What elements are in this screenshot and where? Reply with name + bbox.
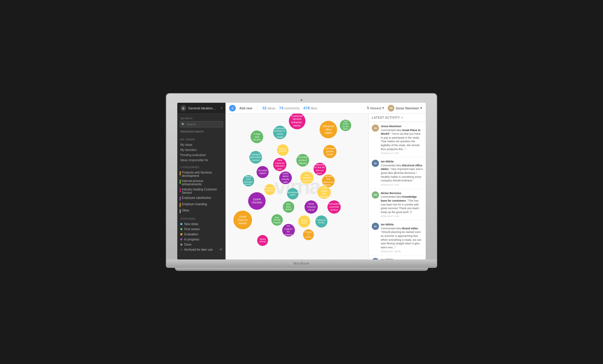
activity-text: Ian NiilolaCommented idea Brand video: "… (381, 223, 423, 249)
search-input[interactable] (180, 121, 223, 127)
sidebar-item-ideas-responsible-for[interactable]: Ideas responsible for (177, 158, 226, 163)
user-chevron-icon: ▾ (420, 106, 422, 110)
bubble-gdpr-checklist[interactable]: GDPR checklist (248, 192, 266, 210)
macbook-label: MacBook (294, 262, 310, 265)
category-label: Industry leading Customer Service (182, 188, 223, 194)
main-content: virna Customer service enhance-mentsEmpl… (226, 114, 426, 259)
activity-body: JNJesse NieminenCommented idea Great Pla… (369, 122, 426, 259)
avatar: IN (372, 223, 379, 230)
sort-chevron-icon: ▾ (382, 106, 384, 110)
bubble-diversity-product-offering[interactable]: Diversity product offering (296, 154, 309, 167)
sidebar-status-new-ideas[interactable]: New ideas (177, 221, 226, 227)
sidebar-logo: n (180, 105, 186, 111)
sidebar-status-first-review[interactable]: First review (177, 227, 226, 232)
macbook-camera (301, 99, 302, 101)
categories-list: Products and Services developmentInterna… (177, 170, 226, 214)
statuses-list: New ideasFirst reviewEvaluationIn progre… (177, 221, 226, 252)
bubble-brand-refresh[interactable]: Brand refresh (257, 235, 268, 246)
bubble-electrical-office-tables[interactable]: Electrical office tables (320, 121, 337, 138)
bubble-innovation-support[interactable]: Innovation support (257, 166, 269, 178)
bubble-show-our-support-for-staying-a[interactable]: Show our support for staying active (282, 224, 295, 237)
activity-item: NBNiclas BoreniusCommented idea Knowledg… (369, 189, 426, 221)
bubble-great-place-to-work®[interactable]: Great Place to Work® (233, 211, 252, 229)
bubble-customer-service-enhance-ments[interactable]: Customer service enhance-ments (289, 114, 305, 129)
status-label: Done (184, 243, 191, 246)
sidebar-header[interactable]: n General Ideation... ▾ (177, 103, 226, 114)
macbook-screen: n General Ideation... ▾ SEARCH 🔍 Advance… (177, 103, 426, 259)
bubble-new-office-space![interactable]: New office space! (283, 201, 294, 213)
eye-icon[interactable]: 👁 (219, 248, 223, 251)
likes-label: likes (311, 106, 317, 110)
bubble-passion-projects[interactable]: Passion projects (277, 144, 289, 156)
bubble-implement-ai-and-ml-into-our-s[interactable]: Implement AI and ML into our SaaS... (314, 163, 326, 175)
category-label: Employer branding (182, 202, 207, 206)
sort-icon: ⇅ (367, 106, 369, 110)
sidebar-category-internal-process-enhancements[interactable]: Internal process enhancements (177, 178, 226, 187)
status-label: First review (184, 228, 200, 231)
activity-time: 2019-03-17, 8:57 (381, 152, 423, 155)
bubble-employee-generated-content[interactable]: Employee-generated content (249, 151, 262, 164)
activity-text-body: Niclas BoreniusCommented idea Knowledge … (381, 191, 423, 218)
bubble-the-coffee-maker-has-seen-its-[interactable]: The coffee maker has seen its days! (317, 186, 331, 199)
comments-label: comments (284, 106, 300, 110)
bubble-personalized-customer-service[interactable]: Personalized customer service (327, 200, 341, 214)
macbook-top: n General Ideation... ▾ SEARCH 🔍 Advance… (166, 93, 437, 259)
avatar: JN (388, 105, 394, 111)
chevron-down-icon[interactable]: ▾ (221, 107, 223, 110)
sidebar-category-products-and-services-developm[interactable]: Products and Services development (177, 170, 226, 178)
sidebar-category-employer-branding[interactable]: Employer branding (177, 202, 226, 208)
sidebar-category-industry-leading-customer-serv[interactable]: Industry leading Customer Service (177, 187, 226, 195)
activity-item: JNJesse NieminenCommented idea Great Pla… (369, 122, 426, 157)
bubble-employee-incentives[interactable]: Employee incentives (264, 184, 275, 195)
sidebar-item-my-ideas[interactable]: My ideas (177, 142, 226, 147)
add-new-button[interactable]: + (229, 105, 236, 111)
bubble-customer-survey[interactable]: Customer survey (315, 215, 327, 228)
sidebar-category-employee-satisfaction[interactable]: Employee satisfaction (177, 195, 226, 202)
app-container: n General Ideation... ▾ SEARCH 🔍 Advance… (177, 103, 426, 259)
bubble-book-sharing-circle[interactable]: Book Sharing Circle (305, 200, 318, 214)
bubble-engage-in-teams[interactable]: Engage in teams (303, 229, 314, 240)
bubble-brand-video[interactable]: Brand video (298, 215, 310, 228)
bubble-bug-bounty-program[interactable]: Bug Bounty Program (271, 214, 283, 226)
bubble-idea-review-by-dev-team[interactable]: Idea review by dev team (340, 120, 351, 131)
sidebar-status-in-progress[interactable]: In progress (177, 237, 226, 242)
sidebar-item-pending-evaluation[interactable]: Pending evaluation (177, 152, 226, 158)
macbook-base (175, 268, 428, 271)
bubble-canvas: virna Customer service enhance-mentsEmpl… (226, 114, 368, 259)
category-label: Internal process enhancements (182, 179, 223, 186)
user-menu[interactable]: JN Jesse Nieminen ▾ (388, 105, 422, 111)
activity-text: Jesse NieminenCommented idea Great Place… (381, 124, 423, 151)
bubble-attend-and-arrange-customer-me[interactable]: Attend and arrange customer meetups (300, 171, 314, 184)
activity-title: LATEST ACTIVITY (372, 116, 400, 119)
search-section-label: SEARCH (177, 114, 226, 121)
ideas-count: 32 (262, 106, 267, 110)
search-icon: 🔍 (182, 123, 185, 126)
user-name: Jesse Nieminen (396, 106, 419, 110)
comments-stat: 74 comments (279, 106, 300, 110)
sort-dropdown[interactable]: ⇅ Newest ▾ (367, 106, 384, 110)
advanced-search-link[interactable]: Advanced search (177, 129, 226, 135)
bubble-recruitment-event[interactable]: Recruitment event (287, 188, 298, 199)
bubble-in-app-chat-service[interactable]: In App chat service (251, 130, 263, 143)
bubble-personal-growth-model[interactable]: Personal growth model (323, 145, 336, 158)
sidebar-status-done[interactable]: Done (177, 242, 226, 247)
activity-header: LATEST ACTIVITY ▾ (369, 114, 426, 122)
bubble-employee-activity-on-social-me[interactable]: Employee activity on social media (273, 126, 287, 139)
sidebar: n General Ideation... ▾ SEARCH 🔍 Advance… (177, 103, 226, 259)
bubble-attend-more-arranged-recruit..[interactable]: Attend more arranged recruit... (243, 175, 254, 187)
sidebar-status-evaluation[interactable]: Evaluation (177, 232, 226, 237)
activity-time: 2019-03-07, 9:34 (381, 215, 423, 218)
add-new-label[interactable]: Add new (239, 106, 252, 110)
bubble-show-users-latest-activity-wit[interactable]: Show users latest activity with visual..… (279, 171, 292, 184)
sidebar-status-archived-for-later-use[interactable]: Archived for later use👁 (177, 247, 226, 252)
avatar: IN (372, 258, 379, 259)
activity-text: Ian NiilolaCommented idea Brand refresh:… (381, 258, 423, 259)
activity-time: 2019-02-07, 16:03 (381, 250, 423, 253)
sidebar-item-my-favorites[interactable]: My favorites (177, 147, 226, 152)
toolbar: + Add new 32 ideas 74 comments 478 (226, 103, 426, 114)
activity-text-body: Jesse NieminenCommented idea Great Place… (381, 124, 423, 155)
avatar: IN (372, 160, 379, 167)
activity-time: 2019-03-11, 9:47 (381, 184, 423, 186)
sidebar-category-other[interactable]: Other (177, 208, 226, 214)
avatar: JN (372, 124, 379, 132)
